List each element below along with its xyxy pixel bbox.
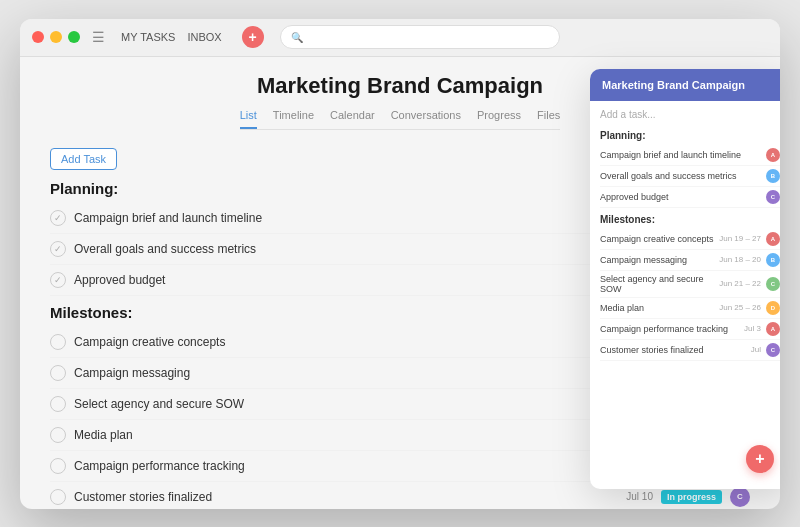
minimize-button[interactable]	[50, 31, 62, 43]
avatar: B	[766, 253, 780, 267]
list-item: Select agency and secure SOW Jun 21 – 22…	[600, 271, 780, 298]
nav-my-tasks[interactable]: MY TASKS	[121, 31, 175, 43]
fab-add-button[interactable]: +	[746, 445, 774, 473]
side-task-name: Customer stories finalized	[600, 345, 746, 355]
tab-list[interactable]: List	[240, 105, 257, 129]
nav-area: ☰ MY TASKS INBOX + 🔍	[92, 25, 768, 49]
task-checkbox[interactable]	[50, 458, 66, 474]
task-checkbox[interactable]	[50, 427, 66, 443]
task-checkbox[interactable]: ✓	[50, 241, 66, 257]
app-window: ☰ MY TASKS INBOX + 🔍 Marketing Brand Cam…	[20, 19, 780, 509]
side-panel-header: Marketing Brand Campaign	[590, 69, 780, 101]
tab-bar: List Timeline Calendar Conversations Pro…	[240, 105, 561, 130]
side-task-name: Overall goals and success metrics	[600, 171, 761, 181]
side-task-name: Media plan	[600, 303, 714, 313]
avatar: B	[766, 169, 780, 183]
side-panel: Marketing Brand Campaign Add a task... P…	[590, 69, 780, 489]
tab-conversations[interactable]: Conversations	[391, 105, 461, 129]
task-name: Approved budget	[74, 273, 592, 287]
side-task-date: Jun 19 – 27	[719, 234, 761, 243]
avatar: A	[766, 322, 780, 336]
project-title: Marketing Brand Campaign	[257, 73, 543, 99]
side-task-date: Jun 21 – 22	[719, 279, 761, 288]
side-task-date: Jun 25 – 26	[719, 303, 761, 312]
avatar: D	[766, 301, 780, 315]
side-task-name: Campaign creative concepts	[600, 234, 714, 244]
add-task-button[interactable]: Add Task	[50, 148, 117, 170]
side-section-planning: Planning:	[600, 130, 780, 141]
side-task-name: Campaign performance tracking	[600, 324, 739, 334]
side-task-date: Jul 3	[744, 324, 761, 333]
tab-timeline[interactable]: Timeline	[273, 105, 314, 129]
task-date: Jul 10	[593, 491, 653, 502]
avatar: A	[766, 148, 780, 162]
side-add-task[interactable]: Add a task...	[600, 109, 780, 120]
side-task-name: Approved budget	[600, 192, 761, 202]
title-bar: ☰ MY TASKS INBOX + 🔍	[20, 19, 780, 57]
hamburger-icon[interactable]: ☰	[92, 29, 105, 45]
list-item: Campaign creative concepts Jun 19 – 27 A	[600, 229, 780, 250]
task-checkbox[interactable]	[50, 334, 66, 350]
search-bar: 🔍	[280, 25, 560, 49]
avatar: A	[766, 232, 780, 246]
list-item: Campaign performance tracking Jul 3 A	[600, 319, 780, 340]
task-name: Campaign brief and launch timeline	[74, 211, 592, 225]
nav-links: MY TASKS INBOX	[121, 31, 222, 43]
task-checkbox[interactable]	[50, 365, 66, 381]
task-name: Overall goals and success metrics	[74, 242, 592, 256]
list-item: Approved budget C	[600, 187, 780, 208]
list-item: Campaign messaging Jun 18 – 20 B	[600, 250, 780, 271]
task-checkbox[interactable]	[50, 396, 66, 412]
task-name: Customer stories finalized	[74, 490, 585, 504]
search-input[interactable]	[309, 31, 549, 43]
side-task-date: Jun 18 – 20	[719, 255, 761, 264]
global-add-button[interactable]: +	[242, 26, 264, 48]
avatar: C	[766, 190, 780, 204]
list-item: Overall goals and success metrics B	[600, 166, 780, 187]
nav-inbox[interactable]: INBOX	[187, 31, 221, 43]
task-name: Campaign creative concepts	[74, 335, 594, 349]
task-name: Campaign performance tracking	[74, 459, 585, 473]
tab-files[interactable]: Files	[537, 105, 560, 129]
side-task-name: Select agency and secure SOW	[600, 274, 714, 294]
maximize-button[interactable]	[68, 31, 80, 43]
side-panel-body: Add a task... Planning: Campaign brief a…	[590, 101, 780, 483]
traffic-lights	[32, 31, 80, 43]
list-item: Customer stories finalized Jul C	[600, 340, 780, 361]
side-panel-title: Marketing Brand Campaign	[602, 79, 778, 91]
task-name: Media plan	[74, 428, 585, 442]
task-checkbox[interactable]: ✓	[50, 210, 66, 226]
search-icon: 🔍	[291, 32, 303, 43]
side-task-name: Campaign messaging	[600, 255, 714, 265]
avatar: C	[766, 277, 780, 291]
list-item: Campaign brief and launch timeline A	[600, 145, 780, 166]
task-checkbox[interactable]	[50, 489, 66, 505]
tab-progress[interactable]: Progress	[477, 105, 521, 129]
tab-calendar[interactable]: Calendar	[330, 105, 375, 129]
list-item: Media plan Jun 25 – 26 D	[600, 298, 780, 319]
close-button[interactable]	[32, 31, 44, 43]
side-task-name: Campaign brief and launch timeline	[600, 150, 761, 160]
side-task-date: Jul	[751, 345, 761, 354]
task-name: Select agency and secure SOW	[74, 397, 592, 411]
avatar: C	[730, 487, 750, 507]
status-badge: In progress	[661, 490, 722, 504]
task-checkbox[interactable]: ✓	[50, 272, 66, 288]
avatar: C	[766, 343, 780, 357]
task-name: Campaign messaging	[74, 366, 592, 380]
side-section-milestones: Milestones:	[600, 214, 780, 225]
